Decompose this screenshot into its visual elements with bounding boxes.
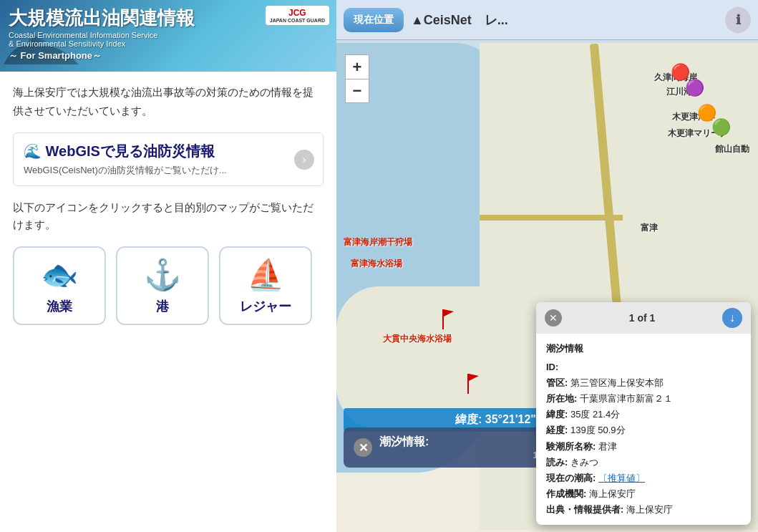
right-panel: 現在位置 ▲CeisNet レ... ℹ + − 久津間海岸 江川海岸 木更津海… bbox=[336, 0, 758, 532]
detail-download-button[interactable]: ↓ bbox=[722, 308, 742, 328]
webgis-section[interactable]: 🌊 WebGISで見る油防災情報 WebGIS(CeisNet)の油防災情報がご… bbox=[13, 132, 324, 186]
zoom-in-button[interactable]: + bbox=[345, 54, 369, 79]
icons-intro-text: 以下のアイコンをクリックすると目的別のマップがご覧いただけます。 bbox=[13, 199, 324, 233]
port-label: 港 bbox=[156, 298, 169, 315]
fishery-label: 漁業 bbox=[47, 298, 72, 315]
webgis-arrow-icon[interactable]: › bbox=[294, 150, 314, 170]
detail-popup-body: 潮汐情報 ID: 管区: 第三管区海上保安本部 所在地: 千葉県富津市新富２１ … bbox=[536, 334, 751, 525]
choko-link[interactable]: 〔推算値〕 bbox=[598, 473, 645, 483]
detail-field-choko: 現在の潮高: 〔推算値〕 bbox=[546, 470, 741, 486]
detail-popup-page: 1 of 1 bbox=[629, 312, 656, 324]
map-label-tateyama: 館山自動 bbox=[715, 143, 749, 155]
left-panel: 大規模流出油関連情報 Coastal Environmental Informa… bbox=[0, 0, 336, 532]
map-title-text: ▲CeisNet レ... bbox=[411, 11, 718, 29]
map-marker-4[interactable]: 🟢 bbox=[711, 118, 731, 137]
map-label-kaiyoku: 富津海水浴場 bbox=[351, 258, 402, 270]
left-body: 海上保安庁では大規模な油流出事故等の対策のための情報を提供させていただいています… bbox=[0, 72, 336, 532]
flag-marker-2[interactable] bbox=[462, 372, 479, 394]
map-header: 現在位置 ▲CeisNet レ... ℹ bbox=[336, 0, 758, 40]
page-title: 大規模流出油関連情報 bbox=[9, 7, 328, 29]
leisure-label: レジャー bbox=[240, 298, 291, 315]
category-buttons: 🐟 漁業 ⚓ 港 ⛵ レジャー bbox=[13, 246, 324, 325]
category-port[interactable]: ⚓ 港 bbox=[116, 246, 209, 325]
detail-field-lng: 経度: 139度 50.9分 bbox=[546, 422, 741, 438]
map-label-higata: 富津海岸潮干狩場 bbox=[344, 236, 412, 248]
port-icon: ⚓ bbox=[144, 257, 181, 292]
subtitle-2: & Environmental Sensitivity Index bbox=[9, 39, 328, 48]
subtitle-1: Coastal Environmental Information Servic… bbox=[9, 31, 328, 39]
category-fishery[interactable]: 🐟 漁業 bbox=[13, 246, 106, 325]
webgis-icon: 🌊 bbox=[24, 143, 42, 159]
detail-field-lat: 緯度: 35度 21.4分 bbox=[546, 407, 741, 422]
intro-text: 海上保安庁では大規模な油流出事故等の対策のための情報を提供させていただいています… bbox=[13, 83, 324, 120]
detail-section-title: 潮汐情報 bbox=[546, 341, 741, 357]
category-leisure[interactable]: ⛵ レジャー bbox=[219, 246, 312, 325]
webgis-title: 🌊 WebGISで見る油防災情報 bbox=[24, 142, 313, 161]
detail-field-yomi: 読み: きみつ bbox=[546, 455, 741, 470]
detail-close-button[interactable]: ✕ bbox=[545, 309, 562, 327]
zoom-out-button[interactable]: − bbox=[345, 79, 369, 103]
popup-close-button[interactable]: ✕ bbox=[354, 438, 372, 457]
fishery-icon: 🐟 bbox=[41, 257, 78, 292]
map-label-ooami: 大貫中央海水浴場 bbox=[383, 333, 452, 345]
map-marker-2[interactable]: 🟣 bbox=[685, 79, 704, 97]
flag-marker-1[interactable] bbox=[437, 308, 454, 329]
map-info-button[interactable]: ℹ bbox=[725, 7, 751, 33]
header-banner: 大規模流出油関連情報 Coastal Environmental Informa… bbox=[0, 0, 336, 72]
detail-field-id: ID: bbox=[546, 359, 741, 375]
webgis-desc: WebGIS(CeisNet)の油防災情報がご覧いただけ... bbox=[24, 164, 313, 177]
road-horiz bbox=[480, 215, 623, 221]
detail-field-location: 所在地: 千葉県富津市新富２１ bbox=[546, 391, 741, 407]
map-label-futtsu: 富津 bbox=[641, 222, 658, 234]
detail-popup-header: ✕ 1 of 1 ↓ bbox=[536, 302, 751, 334]
detail-popup: ✕ 1 of 1 ↓ 潮汐情報 ID: 管区: 第三管区海上保安本部 所在地: … bbox=[536, 302, 751, 525]
location-button[interactable]: 現在位置 bbox=[344, 8, 404, 32]
detail-field-shutten: 出典・情報提供者: 海上保安庁 bbox=[546, 502, 741, 518]
detail-field-sakusei: 作成機関: 海上保安庁 bbox=[546, 486, 741, 502]
leisure-icon: ⛵ bbox=[247, 257, 284, 292]
detail-field-kensho: 験潮所名称: 君津 bbox=[546, 439, 741, 455]
detail-field-kanku: 管区: 第三管区海上保安本部 bbox=[546, 375, 741, 391]
zoom-controls: + − bbox=[345, 54, 369, 103]
subtitle-3: ～ For Smartphone～ bbox=[9, 49, 328, 62]
